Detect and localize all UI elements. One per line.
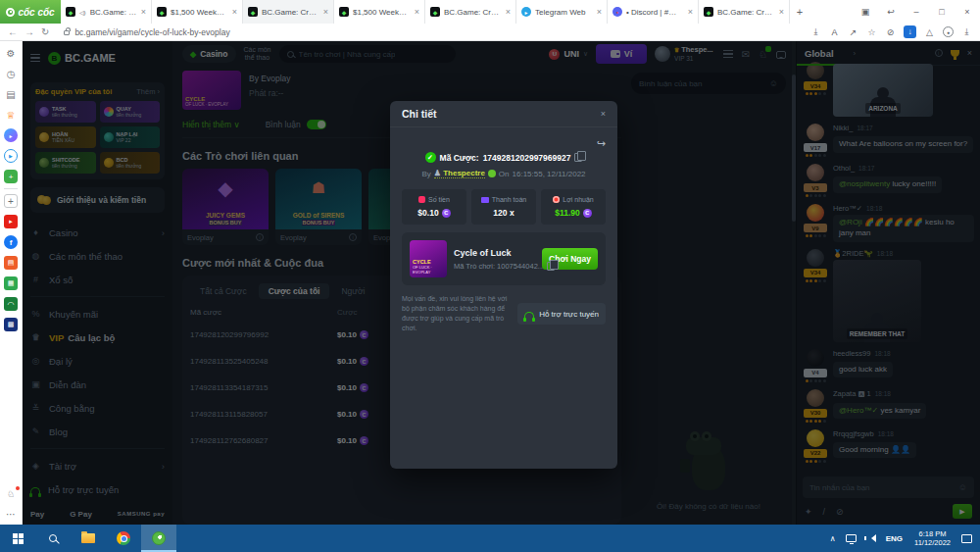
shopee-icon[interactable] xyxy=(4,256,18,270)
support-help-text: Mọi vấn đề, xin vui lòng liên hệ với bộ … xyxy=(402,294,511,334)
stat-amount: Số tiền $0.10 xyxy=(402,189,466,225)
store-app-icon[interactable] xyxy=(4,276,18,290)
close-window-button[interactable] xyxy=(955,7,980,17)
tab-audio-icon[interactable] xyxy=(79,8,86,17)
page-url: bc.game/vi/game/cycle-of-luck-by-evoplay xyxy=(74,27,229,37)
webpage: B BC.GAME Đặc quyền VIP của tôi Thêm TAS… xyxy=(23,41,980,525)
tab-close-icon[interactable] xyxy=(597,7,602,17)
browser-tab-3-active[interactable]: BC.Game: Crypto Ca xyxy=(243,0,334,24)
downloads-tray-icon[interactable] xyxy=(961,26,972,37)
video-app-icon[interactable] xyxy=(4,149,18,163)
network-icon[interactable] xyxy=(846,534,857,542)
bet-datetime: 16:15:55, 12/11/2022 xyxy=(513,170,586,178)
address-bar[interactable]: bc.game/vi/game/cycle-of-luck-by-evoplay xyxy=(56,25,605,39)
live-support-button[interactable]: Hỗ trợ trực tuyến xyxy=(517,303,606,325)
youtube-icon[interactable] xyxy=(4,215,18,228)
bcgame-favicon xyxy=(704,7,713,17)
settings-icon[interactable] xyxy=(4,46,18,60)
rail-divider xyxy=(4,188,18,189)
stat-payout: Thanh toán 120 x xyxy=(471,189,536,225)
education-app-icon[interactable] xyxy=(4,297,18,311)
bcgame-favicon xyxy=(66,7,75,17)
tray-expand-icon[interactable] xyxy=(825,534,841,543)
discord-favicon xyxy=(612,7,622,17)
save-page-icon[interactable] xyxy=(810,26,821,37)
start-button[interactable] xyxy=(0,525,35,552)
newsfeed-icon[interactable] xyxy=(4,87,18,101)
modal-title: Chi tiết xyxy=(402,108,437,120)
chrome-icon xyxy=(117,531,130,545)
coin-icon xyxy=(442,209,451,218)
language-indicator[interactable]: ENG xyxy=(881,534,907,543)
bcgame-favicon xyxy=(339,7,349,17)
tab-close-icon[interactable] xyxy=(688,7,693,17)
bcgame-favicon xyxy=(157,7,167,17)
bookmark-icon[interactable] xyxy=(866,27,877,37)
stat-profit: Lợi nhuận $11.90 xyxy=(541,189,606,225)
headset-icon xyxy=(524,312,534,319)
browser-tab-7[interactable]: • Discord | #🎮gam xyxy=(608,0,699,24)
copy-icon[interactable] xyxy=(547,262,555,271)
bet-id-value: 1749281202997969927 xyxy=(483,153,571,163)
history-icon[interactable] xyxy=(4,67,18,80)
coccoc-logo-icon xyxy=(6,8,15,17)
close-modal-icon[interactable] xyxy=(601,109,606,119)
tab-close-icon[interactable] xyxy=(506,7,511,17)
tab-close-icon[interactable] xyxy=(779,7,784,17)
maximize-button[interactable] xyxy=(929,7,955,17)
game-thumbnail[interactable]: CYCLE OF LUCK ∙ EVOPLAY xyxy=(410,240,447,277)
profile-icon[interactable] xyxy=(943,26,954,37)
bet-id-label: Mã Cược: xyxy=(440,153,479,163)
screen: cốc cốc BC.Game: Crypto $1,500 Weekend E… xyxy=(0,0,980,552)
share-bet-icon[interactable] xyxy=(597,137,606,150)
taskbar-clock[interactable]: 6:18 PM 11/12/2022 xyxy=(907,529,957,548)
coccoc-menu-button[interactable]: cốc cốc xyxy=(0,0,61,24)
browser-tab-6[interactable]: Telegram Web xyxy=(516,0,608,24)
tab-search-icon[interactable] xyxy=(853,7,878,17)
facebook-icon[interactable] xyxy=(4,235,18,249)
new-tab-button[interactable] xyxy=(790,0,809,24)
tab-close-icon[interactable] xyxy=(323,7,328,17)
browser-tab-1[interactable]: BC.Game: Crypto xyxy=(61,0,152,24)
file-explorer-button[interactable] xyxy=(71,525,106,552)
mosaic-app-icon[interactable] xyxy=(4,318,18,331)
translate-icon[interactable] xyxy=(829,27,840,37)
browser-tab-8[interactable]: BC.Game: Crypto Ca xyxy=(699,0,790,24)
taskbar-search-button[interactable] xyxy=(35,525,71,552)
rail-bell-icon[interactable] xyxy=(4,487,18,501)
browser-tab-2[interactable]: $1,500 Weekend Ev xyxy=(152,0,243,24)
tab-close-icon[interactable] xyxy=(141,7,146,17)
adblock-icon[interactable] xyxy=(885,27,896,37)
lock-icon xyxy=(64,30,70,35)
action-center-icon[interactable] xyxy=(961,534,972,543)
modal-game-name: Cycle of Luck xyxy=(454,248,535,258)
wallet-icon xyxy=(481,197,489,203)
games-app-icon[interactable] xyxy=(4,170,18,183)
browser-side-rail xyxy=(0,41,23,525)
folder-icon xyxy=(81,533,95,543)
dice-icon xyxy=(418,196,425,203)
rail-more-icon[interactable] xyxy=(4,507,18,521)
share-icon[interactable] xyxy=(848,27,858,37)
download-manager-icon[interactable] xyxy=(904,25,916,38)
bet-author-link[interactable]: Thespectre xyxy=(434,169,485,178)
coccoc-taskbar-button[interactable] xyxy=(141,525,176,552)
chrome-taskbar-button[interactable] xyxy=(106,525,141,552)
minimize-button[interactable] xyxy=(904,7,929,17)
add-app-icon[interactable] xyxy=(4,194,18,208)
browser-toolbar: bc.game/vi/game/cycle-of-luck-by-evoplay xyxy=(0,24,980,41)
browser-tab-5[interactable]: BC.Game: Crypto Ca xyxy=(425,0,516,24)
copy-icon[interactable] xyxy=(574,153,582,162)
forward-button[interactable] xyxy=(24,27,34,37)
back-button[interactable] xyxy=(8,27,18,37)
browser-tab-4[interactable]: $1,500 Weekend Ev xyxy=(334,0,425,24)
coccoc-crown-icon[interactable] xyxy=(4,108,18,122)
tab-close-icon[interactable] xyxy=(232,7,237,17)
messenger-icon[interactable] xyxy=(4,128,18,142)
modal-game-card: CYCLE OF LUCK ∙ EVOPLAY Cycle of Luck Mã… xyxy=(402,232,606,285)
reload-button[interactable] xyxy=(41,27,49,37)
volume-icon[interactable] xyxy=(866,534,876,542)
tab-close-icon[interactable] xyxy=(415,7,419,17)
notifications-icon[interactable] xyxy=(924,27,935,37)
reopen-tab-icon[interactable] xyxy=(878,7,904,17)
